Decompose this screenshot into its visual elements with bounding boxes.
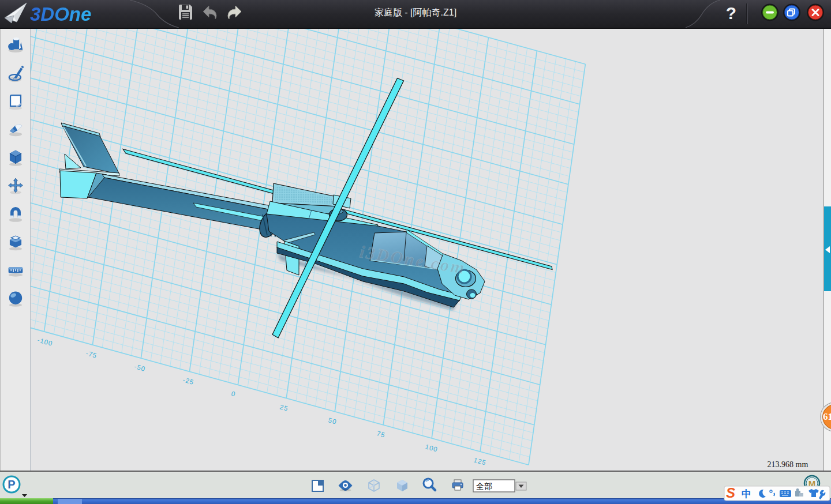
svg-text:中: 中 [742, 488, 751, 499]
svg-text:全部: 全部 [476, 482, 492, 491]
svg-text:25: 25 [279, 403, 289, 412]
svg-text:100: 100 [424, 443, 439, 453]
svg-text:0: 0 [230, 390, 236, 398]
svg-text:50: 50 [327, 416, 337, 425]
svg-text:125: 125 [473, 456, 487, 466]
svg-text:75: 75 [376, 430, 385, 438]
svg-text:-100: -100 [36, 336, 53, 347]
svg-text:-50: -50 [133, 363, 146, 373]
svg-text:S: S [726, 485, 735, 501]
svg-text:-75: -75 [85, 349, 98, 359]
svg-text:P: P [8, 478, 15, 491]
svg-text:-25: -25 [182, 376, 194, 386]
